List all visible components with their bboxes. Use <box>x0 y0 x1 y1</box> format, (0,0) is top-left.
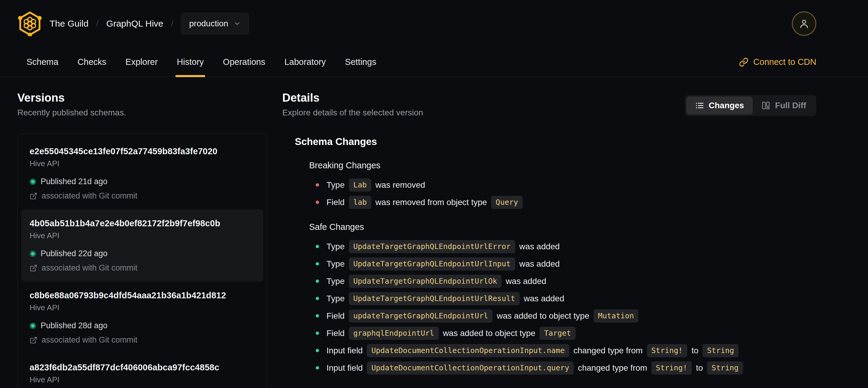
change-section-heading: Safe Changes <box>309 222 816 232</box>
version-list-item[interactable]: e2e55045345ce13fe07f52a77459b83fa3fe7020… <box>21 138 263 210</box>
tab-label: Explorer <box>125 57 158 67</box>
breaking-change-row: Fieldlabwas removed from object typeQuer… <box>316 196 816 209</box>
safe-change-row: TypeUpdateTargetGraphQLEndpointUrlInputw… <box>316 257 816 271</box>
change-description: Fieldlabwas removed from object typeQuer… <box>327 196 523 209</box>
safe-change-row: FieldupdateTargetGraphQLEndpointUrlwas a… <box>316 309 816 323</box>
safe-bullet <box>316 366 319 369</box>
change-text: was added <box>520 259 560 269</box>
target-selector-dropdown[interactable]: production <box>181 13 249 34</box>
change-section-heading: Breaking Changes <box>309 160 816 170</box>
git-commit-link[interactable]: associated with Git commit <box>30 263 255 273</box>
tab-label: Operations <box>223 57 265 67</box>
tab-label: History <box>177 57 204 67</box>
versions-subtitle: Recently published schemas. <box>17 108 267 117</box>
connect-to-cdn-button[interactable]: Connect to CDN <box>739 47 816 77</box>
change-text: to <box>696 363 703 373</box>
active-tab-indicator <box>175 75 205 77</box>
tab-laboratory[interactable]: Laboratory <box>275 47 335 77</box>
external-link-icon <box>30 264 37 272</box>
full-diff-view-button[interactable]: Full Diff <box>753 96 815 115</box>
tab-explorer[interactable]: Explorer <box>116 47 167 77</box>
change-text: Type <box>327 294 345 303</box>
changes-view-button[interactable]: Changes <box>686 96 753 115</box>
change-text: was added to object type <box>497 311 589 321</box>
git-commit-link[interactable]: associated with Git commit <box>30 335 255 345</box>
breadcrumb-separator: / <box>96 19 99 28</box>
tab-operations[interactable]: Operations <box>214 47 275 77</box>
version-service-name: Hive API <box>30 375 255 384</box>
code-chip: String <box>707 361 743 375</box>
breaking-bullet <box>316 201 319 204</box>
breadcrumb-project[interactable]: GraphQL Hive <box>106 19 163 29</box>
graphql-hive-history-page: { "colors": { "accent_yellow": "#f4b740"… <box>0 0 868 388</box>
code-chip: Mutation <box>593 309 638 323</box>
change-text: was added <box>506 276 546 286</box>
list-icon <box>695 101 704 110</box>
code-chip: UpdateTargetGraphQLEndpointUrlInput <box>349 257 515 271</box>
safe-change-row: TypeUpdateTargetGraphQLEndpointUrlResult… <box>316 292 816 305</box>
version-list-item[interactable]: 4b05ab51b1b4a7e2e4b0ef82172f2b9f7ef98c0b… <box>21 210 263 281</box>
version-service-name: Hive API <box>30 231 255 240</box>
code-chip: UpdateTargetGraphQLEndpointUrlResult <box>349 292 520 305</box>
change-list: TypeUpdateTargetGraphQLEndpointUrlErrorw… <box>309 240 816 375</box>
safe-bullet <box>316 262 319 265</box>
change-description: Input fieldUpdateDocumentCollectionOpera… <box>327 344 739 357</box>
breadcrumb-org[interactable]: The Guild <box>50 19 88 29</box>
target-selector-value: production <box>189 19 228 28</box>
change-description: TypeLabwas removed <box>327 178 425 191</box>
code-chip: Lab <box>349 178 371 191</box>
breaking-change-row: TypeLabwas removed <box>316 178 816 191</box>
code-chip: UpdateDocumentCollectionOperationInput.n… <box>367 344 569 357</box>
git-commit-label: associated with Git commit <box>41 335 137 345</box>
breadcrumb-separator: / <box>171 19 174 28</box>
version-published-time: Published 28d ago <box>41 321 107 330</box>
version-list-item[interactable]: c8b6e88a06793b9c4dfd54aaa21b36a1b421d812… <box>21 281 263 354</box>
tab-history[interactable]: History <box>167 47 213 77</box>
change-text: Input field <box>327 346 363 355</box>
details-panel: Details Explore details of the selected … <box>282 91 816 388</box>
user-menu-button[interactable] <box>792 11 816 36</box>
details-header: Details Explore details of the selected … <box>282 91 816 117</box>
tab-settings[interactable]: Settings <box>336 47 385 77</box>
version-published-time: Published 22d ago <box>41 249 107 258</box>
changes-view-label: Changes <box>709 101 744 110</box>
external-link-icon <box>30 192 37 200</box>
version-hash: a823f6db2a55df877dcf406006abca97fcc4858c <box>30 363 255 372</box>
version-hash: e2e55045345ce13fe07f52a77459b83fa3fe7020 <box>30 147 255 156</box>
diff-columns-icon <box>762 101 770 110</box>
breaking-changes-section: Breaking Changes TypeLabwas removedField… <box>295 160 816 209</box>
change-sections: Breaking Changes TypeLabwas removedField… <box>295 160 816 375</box>
code-chip: String <box>703 344 738 357</box>
change-description: Input fieldUpdateDocumentCollectionOpera… <box>327 361 743 375</box>
change-description: TypeUpdateTargetGraphQLEndpointUrlResult… <box>327 292 564 305</box>
hive-logo-icon[interactable] <box>17 11 42 36</box>
code-chip: Query <box>491 196 522 209</box>
change-description: FieldgraphqlEndpointUrlwas added to obje… <box>327 327 576 340</box>
change-text: Field <box>327 311 345 321</box>
published-status-dot <box>30 250 36 257</box>
app-header: The Guild / GraphQL Hive / production <box>0 0 868 47</box>
code-chip: Target <box>539 327 575 340</box>
external-link-icon <box>30 336 37 344</box>
change-text: Type <box>327 242 345 251</box>
change-text: Type <box>327 276 345 286</box>
safe-changes-section: Safe Changes TypeUpdateTargetGraphQLEndp… <box>295 222 816 375</box>
git-commit-link[interactable]: associated with Git commit <box>30 191 255 201</box>
change-text: was removed from object type <box>375 198 487 207</box>
code-chip: UpdateDocumentCollectionOperationInput.q… <box>367 361 574 375</box>
user-icon <box>799 18 809 29</box>
safe-bullet <box>316 245 319 248</box>
chevron-down-icon <box>234 20 241 27</box>
code-chip: updateTargetGraphQLEndpointUrl <box>349 309 493 323</box>
version-list-item[interactable]: a823f6db2a55df877dcf406006abca97fcc4858c… <box>21 354 263 388</box>
tab-checks[interactable]: Checks <box>68 47 116 77</box>
change-text: to <box>691 346 699 355</box>
published-status-dot <box>30 323 36 329</box>
tab-schema[interactable]: Schema <box>17 47 67 77</box>
project-nav: SchemaChecksExplorerHistoryOperationsLab… <box>0 47 868 77</box>
connect-to-cdn-label: Connect to CDN <box>753 57 816 67</box>
change-text: changed type from <box>574 346 643 355</box>
schema-changes-panel: Schema Changes Breaking Changes TypeLabw… <box>282 136 816 375</box>
versions-title: Versions <box>17 91 267 104</box>
version-published-time: Published 21d ago <box>41 177 107 186</box>
